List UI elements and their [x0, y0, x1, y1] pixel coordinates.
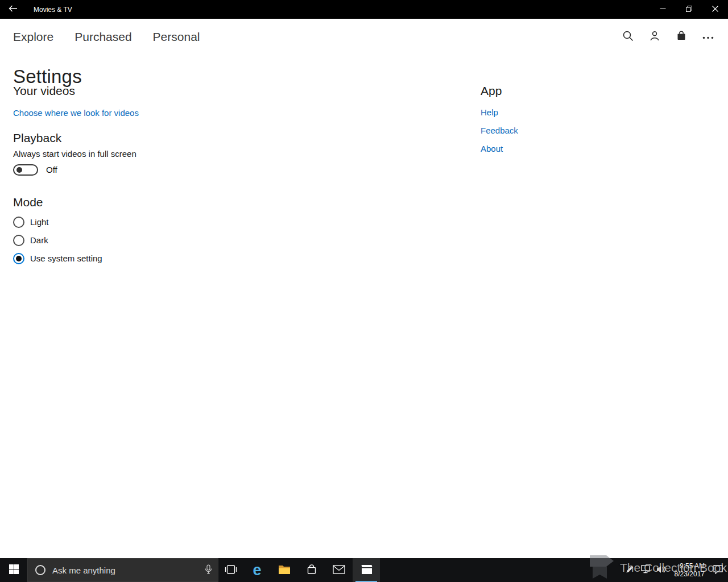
microphone-button[interactable]: [198, 559, 218, 581]
task-view-button[interactable]: [218, 558, 243, 582]
store-icon: [306, 564, 317, 577]
settings-right-column: App Help Feedback About: [481, 84, 663, 162]
see-more-button[interactable]: [694, 23, 721, 50]
choose-folders-link[interactable]: Choose where we look for videos: [13, 108, 139, 118]
minimize-button[interactable]: [650, 0, 676, 19]
network-tray-button[interactable]: [638, 558, 653, 582]
shopping-bag-icon: [676, 30, 687, 43]
radio-icon: [13, 235, 24, 246]
sign-in-icon: [649, 30, 660, 43]
taskbar-clock[interactable]: 9:55 AM 8/23/2017: [669, 558, 710, 582]
radio-icon: [13, 217, 24, 228]
mode-option-system[interactable]: Use system setting: [13, 253, 377, 264]
search-placeholder: Ask me anything: [52, 566, 198, 575]
taskbar-store-button[interactable]: [298, 558, 325, 582]
start-icon: [9, 564, 19, 576]
sign-in-button[interactable]: [641, 23, 668, 50]
task-view-icon: [225, 565, 237, 576]
cortana-icon: [35, 565, 46, 575]
toggle-knob: [16, 167, 22, 173]
restore-button[interactable]: [676, 0, 702, 19]
radio-label: Light: [30, 217, 49, 227]
minimize-icon: [660, 5, 666, 14]
app-heading: App: [481, 84, 663, 98]
settings-left-column: Your videos Choose where we look for vid…: [13, 84, 377, 264]
window-controls: [650, 0, 728, 19]
back-button[interactable]: [0, 0, 26, 19]
playback-heading: Playback: [13, 131, 377, 146]
taskbar-file-explorer-button[interactable]: [271, 558, 298, 582]
mode-option-light[interactable]: Light: [13, 217, 377, 228]
tab-explore[interactable]: Explore: [13, 31, 53, 43]
fullscreen-toggle[interactable]: [13, 164, 38, 176]
radio-label: Use system setting: [30, 253, 102, 264]
window-title: Movies & TV: [34, 6, 72, 14]
taskbar: Ask me anything e: [0, 558, 728, 582]
titlebar: Movies & TV: [0, 0, 728, 19]
mail-icon: [333, 565, 345, 576]
nav-actions: [614, 23, 721, 50]
action-center-button[interactable]: [710, 558, 726, 582]
clock-date: 8/23/2017: [675, 570, 705, 578]
nav-tabs: Explore Purchased Personal: [13, 31, 200, 43]
start-button[interactable]: [0, 558, 27, 582]
pen-tray-button[interactable]: [622, 558, 638, 582]
clock-time: 9:55 AM: [680, 562, 705, 570]
search-icon: [622, 30, 634, 43]
mode-option-dark[interactable]: Dark: [13, 235, 377, 246]
movies-tv-icon: [360, 564, 373, 576]
radio-label: Dark: [30, 235, 48, 246]
help-link[interactable]: Help: [481, 107, 663, 118]
restore-icon: [686, 5, 692, 14]
search-button[interactable]: [614, 23, 641, 50]
fullscreen-option-label: Always start videos in full screen: [13, 149, 377, 159]
pen-icon: [626, 566, 634, 575]
action-center-icon: [713, 565, 723, 576]
fullscreen-toggle-row: Off: [13, 164, 377, 176]
your-videos-heading: Your videos: [13, 84, 377, 98]
tab-personal[interactable]: Personal: [153, 31, 200, 43]
feedback-link[interactable]: Feedback: [481, 126, 663, 136]
close-icon: [712, 5, 718, 14]
radio-icon: [13, 253, 24, 264]
about-link[interactable]: About: [481, 144, 663, 154]
volume-tray-button[interactable]: [653, 558, 669, 582]
taskbar-movies-tv-button[interactable]: [353, 558, 380, 582]
file-explorer-icon: [278, 564, 291, 576]
toggle-state-label: Off: [46, 165, 57, 175]
network-icon: [641, 565, 650, 575]
see-more-icon: [702, 32, 714, 41]
app-navbar: Explore Purchased Personal: [0, 19, 728, 55]
edge-icon: e: [253, 563, 261, 578]
mode-heading: Mode: [13, 195, 377, 210]
volume-icon: [656, 566, 667, 575]
taskbar-mail-button[interactable]: [325, 558, 353, 582]
tab-purchased[interactable]: Purchased: [75, 31, 131, 43]
close-button[interactable]: [702, 0, 728, 19]
system-tray: 9:55 AM 8/23/2017: [622, 558, 728, 582]
store-button[interactable]: [668, 23, 694, 50]
taskbar-edge-button[interactable]: e: [243, 558, 271, 582]
app-links: Help Feedback About: [481, 107, 663, 162]
back-icon: [9, 5, 18, 14]
cortana-search-box[interactable]: Ask me anything: [27, 558, 218, 582]
microphone-icon: [205, 564, 212, 576]
